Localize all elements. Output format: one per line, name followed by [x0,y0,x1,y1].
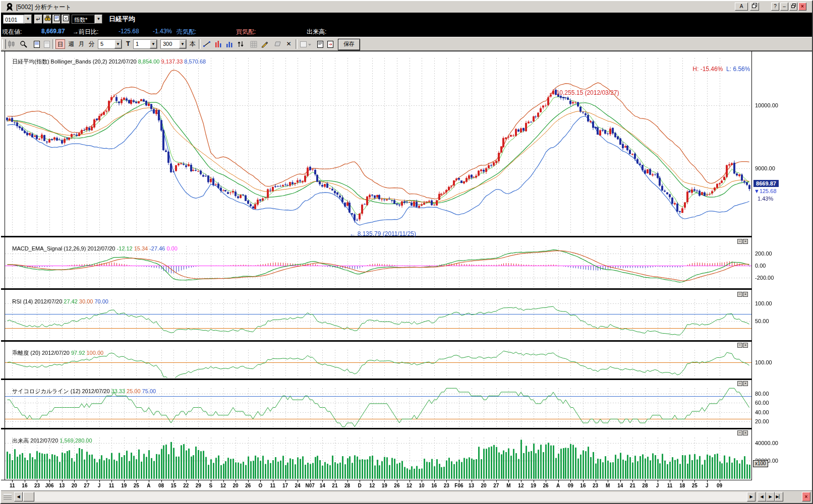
clear-note-button[interactable] [62,15,70,24]
delete-drawing-button[interactable]: ✕ [283,39,294,49]
rsi-pane-title: RSI (14) 2012/07/20 [12,298,62,304]
restore-icon [791,4,796,8]
histogram-volume-button[interactable] [224,39,235,49]
chart-canvas[interactable] [1,51,813,490]
page-x-icon [63,15,69,21]
titlebar: [5002] 分析チャート A ? – × [1,1,812,13]
toolbar-grip[interactable] [2,39,6,49]
scroll-right-button[interactable]: ▶ [747,492,756,501]
trendline-tool-button[interactable] [202,39,212,49]
draw-tool-button[interactable] [259,39,270,49]
bottom-scrollbar: ◀ ▶ ◀ ▶ ▶▏ × [1,490,812,503]
eraser-tool-button[interactable] [272,39,283,49]
save-template-button[interactable] [315,39,325,49]
ask-label: 売気配: [177,28,196,36]
period-month-button[interactable]: 月 [77,39,86,49]
zoom-tool-button[interactable] [18,39,29,49]
symbol-code-input[interactable] [3,15,24,24]
windows-copy-icon [752,3,757,8]
minimize-button[interactable]: – [780,3,788,11]
period-day-button[interactable]: 日 [55,39,65,49]
copy-page-button[interactable] [41,39,52,49]
page-faded-icon [44,41,50,48]
pane-minimize-button[interactable]: − [737,292,742,297]
tick-interval-select[interactable]: 1 ▼ [133,39,157,49]
boll-upper-value: 9,137.33 [161,58,183,65]
volume-pane-title: 出来高 2012/07/20 [12,437,58,444]
pane-minimize-button[interactable]: − [737,343,742,348]
bottom-close-button[interactable]: × [802,492,810,501]
pane-close-button[interactable]: × [743,343,748,348]
psy-pane-title: サイコロジカルライン (12) 2012/07/20 [12,388,109,394]
psy-lower-value: 25.00 [127,388,141,394]
memo-icon [54,15,60,21]
current-price-label: 現在値: [2,28,22,36]
help-button[interactable]: ? [771,3,779,11]
duplicate-window-button[interactable] [750,3,759,11]
period-minute-button[interactable]: 分 [87,39,96,49]
low-annotation-text: 8,135.79 (2011/11/25) [358,230,416,237]
pane-close-button[interactable]: × [743,292,748,297]
pane-close-button[interactable]: × [743,430,748,435]
pane-minimize-button[interactable]: − [737,430,742,435]
page-icon [34,41,40,48]
hscroll-thumb[interactable] [23,492,34,501]
psy-value: 33.33 [111,388,126,394]
eraser-icon [274,41,281,47]
load-template-button[interactable] [325,39,335,49]
page-prev-button[interactable]: ◀ [758,492,766,501]
histogram-red-blue-icon [215,40,222,48]
go-latest-button[interactable]: ▶▏ [775,492,783,501]
pane-close-button[interactable]: × [743,239,748,244]
change-value: -125.68 [119,28,139,35]
code-dropdown-button[interactable]: ▼ [24,15,32,24]
pane-minimize-button[interactable]: − [737,239,742,244]
bars-suffix-label: 本 [189,39,197,49]
histogram-compare-button[interactable] [213,39,223,49]
new-page-button[interactable] [31,39,42,49]
layout-dropdown-button[interactable] [299,39,313,49]
hscroll-track[interactable] [14,492,756,501]
search-button[interactable] [43,15,51,24]
up-down-arrows-icon [237,40,244,48]
kairi-pane-buttons: −× [737,343,748,348]
page-next-button[interactable]: ▶ [766,492,775,501]
boll-lower-value: 8,570.68 [184,58,206,65]
last-price-badge: 8669.87 [753,180,779,187]
price-pane-title: 日経平均(指数) Bollinger_Bands (20,2) 2012/07/… [12,58,136,65]
minute-interval-arrow[interactable]: ▼ [114,40,122,48]
bar-count-select[interactable]: 300 ▼ [160,39,187,49]
index-type-dropdown-arrow[interactable]: ▼ [95,15,102,24]
maximize-button[interactable] [789,3,797,11]
magnifier-icon [20,40,27,48]
trendline-icon [203,40,211,48]
macd-pane-title: MACD_EMA_Signal (12,26,9) 2012/07/20 [12,245,115,251]
memo-button[interactable] [52,15,61,24]
prev-day-label: →前日比: [73,28,98,36]
minute-interval-value: 5 [100,41,103,47]
bid-label: 買気配: [236,28,256,36]
font-button[interactable]: A [735,3,748,11]
last-change-text: ▼125.68 [754,188,777,194]
grid-tool-button[interactable] [248,39,259,49]
scroll-left-button[interactable]: ◀ [14,492,23,501]
pane-close-button[interactable]: × [743,381,748,386]
psy-pane-buttons: −× [737,381,748,386]
candlestick-tool-button[interactable] [6,39,17,49]
period-week-button[interactable]: 週 [67,39,76,49]
macd-pane-header: MACD_EMA_Signal (12,26,9) 2012/07/20-12.… [6,239,179,258]
sort-tool-button[interactable] [235,39,246,49]
tick-interval-arrow[interactable]: ▼ [150,40,157,48]
minute-interval-select[interactable]: 5 ▼ [98,39,122,49]
grid-icon [250,41,257,48]
scrollbar-grip[interactable] [4,494,12,500]
enter-button[interactable]: ↵ [34,15,42,24]
bar-count-arrow[interactable]: ▼ [179,40,186,48]
save-button[interactable]: 保存 [338,39,360,50]
close-button[interactable]: × [798,3,806,11]
index-type-dropdown[interactable]: 指数* [72,15,95,24]
tick-label: T [126,40,130,47]
pane-minimize-button[interactable]: − [737,381,742,386]
macd-zero-value: 0.00 [166,245,177,251]
toolbar-separator [52,39,54,49]
